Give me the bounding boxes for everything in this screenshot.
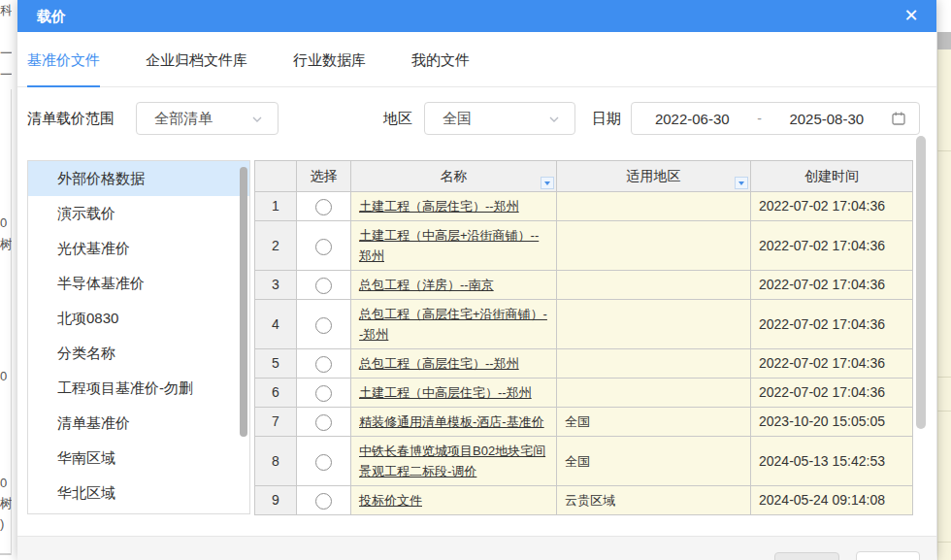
table-row[interactable]: 2土建工程（中高层+沿街商铺）--郑州2022-07-02 17:04:36 — [255, 221, 913, 271]
sidebar-scrollbar-thumb[interactable] — [240, 167, 247, 437]
table-row[interactable]: 7精装修通用清单模板-酒店-基准价全国2023-10-20 15:05:05 — [255, 408, 913, 437]
created-time-cell: 2022-07-02 17:04:36 — [751, 221, 913, 271]
background-text-fragment: 0 — [0, 476, 12, 490]
file-name-link[interactable]: 精装修通用清单模板-酒店-基准价 — [359, 414, 544, 429]
radio-button[interactable] — [315, 454, 332, 471]
file-name-link[interactable]: 土建工程（中高层住宅）--郑州 — [359, 385, 532, 400]
created-time-cell: 2022-07-02 17:04:36 — [751, 379, 913, 408]
region-cell — [557, 192, 751, 221]
region-cell — [557, 349, 751, 379]
region-cell — [557, 221, 751, 271]
row-select-cell — [297, 379, 351, 408]
region-cell — [557, 300, 751, 349]
file-name-link[interactable]: 总包工程（洋房）--南京 — [359, 278, 494, 292]
sidebar-list: 外部价格数据演示载价光伏基准价半导体基准价北项0830分类名称工程项目基准价-勿… — [28, 161, 249, 511]
region-filter-icon[interactable] — [735, 177, 748, 189]
footer-confirm-button[interactable] — [856, 551, 920, 560]
chevron-down-icon — [252, 115, 262, 124]
file-name-cell: 投标价文件 — [351, 486, 557, 515]
row-index: 9 — [255, 486, 297, 515]
table-row[interactable]: 1土建工程（高层住宅）--郑州2022-07-02 17:04:36 — [255, 192, 913, 221]
sidebar-item[interactable]: 半导体基准价 — [28, 266, 249, 301]
file-name-link[interactable]: 中铁长春博览城项目B02地块宅间景观工程二标段-调价 — [359, 444, 545, 478]
load-price-dialog: 载价 ✕ 基准价文件企业归档文件库行业数据库我的文件 清单载价范围 全部清单 地… — [17, 0, 936, 560]
name-filter-icon[interactable] — [541, 177, 554, 189]
scope-select[interactable]: 全部清单 — [136, 102, 279, 135]
header-name: 名称 — [351, 161, 557, 192]
date-start-input[interactable]: 2022-06-30 — [632, 111, 753, 127]
file-name-link[interactable]: 投标价文件 — [359, 493, 422, 508]
sidebar-item[interactable]: 演示载价 — [28, 196, 249, 231]
background-text-fragment: 科 — [0, 2, 12, 19]
file-name-link[interactable]: 总包工程（高层住宅+沿街商铺）--郑州 — [359, 307, 547, 342]
table-row[interactable]: 4总包工程（高层住宅+沿街商铺）--郑州2022-07-02 17:04:36 — [255, 300, 913, 349]
radio-button[interactable] — [315, 385, 332, 402]
dialog-header: 载价 ✕ — [17, 0, 936, 32]
sidebar-item[interactable]: 光伏基准价 — [28, 231, 249, 266]
sidebar-item[interactable]: 清单基准价 — [28, 406, 249, 441]
table-row[interactable]: 5总包工程（高层住宅）--郑州2022-07-02 17:04:36 — [255, 349, 913, 379]
calendar-icon — [891, 111, 906, 126]
date-range-picker[interactable]: 2022-06-30 - 2025-08-30 — [631, 102, 920, 135]
table-row[interactable]: 8中铁长春博览城项目B02地块宅间景观工程二标段-调价全国2024-05-13 … — [255, 437, 913, 486]
row-select-cell — [297, 486, 351, 515]
sidebar-item[interactable]: 华南区域 — [28, 441, 249, 476]
tab-0[interactable]: 基准价文件 — [27, 32, 100, 87]
region-select[interactable]: 全国 — [424, 102, 575, 135]
date-range-separator: - — [753, 111, 767, 126]
radio-button[interactable] — [315, 278, 332, 294]
radio-button[interactable] — [315, 199, 332, 215]
background-text-fragment: 树 — [0, 236, 12, 253]
row-index: 6 — [255, 379, 297, 408]
background-line — [937, 377, 951, 378]
dialog-scrollbar-thumb[interactable] — [916, 136, 926, 429]
background-text-fragment: 0 — [0, 369, 12, 383]
tab-3[interactable]: 我的文件 — [411, 32, 470, 87]
date-end-input[interactable]: 2025-08-30 — [767, 111, 888, 127]
browser-scrollbar-thumb[interactable] — [937, 32, 951, 49]
radio-button[interactable] — [315, 239, 332, 255]
row-select-cell — [297, 300, 351, 349]
table-row[interactable]: 9投标价文件云贵区域2024-05-24 09:14:08 — [255, 486, 913, 515]
scope-label: 清单载价范围 — [27, 102, 115, 135]
region-cell — [557, 379, 751, 408]
background-table-edge — [937, 49, 951, 560]
sidebar-item[interactable]: 外部价格数据 — [28, 161, 249, 196]
row-select-cell — [297, 437, 351, 486]
close-icon[interactable]: ✕ — [900, 0, 923, 32]
radio-button[interactable] — [315, 317, 332, 334]
file-name-cell: 土建工程（中高层+沿街商铺）--郑州 — [351, 221, 557, 271]
row-index: 5 — [255, 349, 297, 379]
dialog-title: 载价 — [37, 0, 66, 32]
region-cell: 云贵区域 — [557, 486, 751, 515]
file-name-link[interactable]: 总包工程（高层住宅）--郑州 — [359, 356, 519, 371]
tab-1[interactable]: 企业归档文件库 — [146, 32, 247, 87]
sidebar-item[interactable]: 工程项目基准价-勿删 — [28, 371, 249, 406]
dialog-footer — [17, 536, 936, 560]
file-name-link[interactable]: 土建工程（高层住宅）--郑州 — [359, 199, 519, 214]
background-page-left-strip: 科一一0树00树) — [0, 0, 17, 560]
sidebar-item[interactable]: 华北区域 — [28, 476, 249, 511]
table-row[interactable]: 3总包工程（洋房）--南京2022-07-02 17:04:36 — [255, 271, 913, 300]
region-cell: 全国 — [557, 408, 751, 437]
radio-button[interactable] — [315, 356, 332, 373]
row-index: 8 — [255, 437, 297, 486]
sidebar-item[interactable]: 北项0830 — [28, 301, 249, 336]
header-region: 适用地区 — [557, 161, 751, 192]
created-time-cell: 2024-05-13 15:42:53 — [751, 437, 913, 486]
footer-cancel-button[interactable] — [774, 552, 839, 560]
background-line — [0, 553, 11, 555]
radio-button[interactable] — [315, 493, 332, 510]
background-text-fragment: ) — [0, 516, 12, 531]
file-name-cell: 土建工程（中高层住宅）--郑州 — [351, 379, 557, 408]
created-time-cell: 2024-05-24 09:14:08 — [751, 486, 913, 515]
row-select-cell — [297, 408, 351, 437]
file-name-cell: 总包工程（高层住宅+沿街商铺）--郑州 — [351, 300, 557, 349]
tab-2[interactable]: 行业数据库 — [293, 32, 366, 87]
sidebar-item[interactable]: 分类名称 — [28, 336, 249, 371]
table-row[interactable]: 6土建工程（中高层住宅）--郑州2022-07-02 17:04:36 — [255, 379, 913, 408]
row-select-cell — [297, 349, 351, 379]
scope-select-value: 全部清单 — [154, 103, 213, 134]
radio-button[interactable] — [315, 414, 332, 431]
file-name-link[interactable]: 土建工程（中高层+沿街商铺）--郑州 — [359, 228, 539, 263]
